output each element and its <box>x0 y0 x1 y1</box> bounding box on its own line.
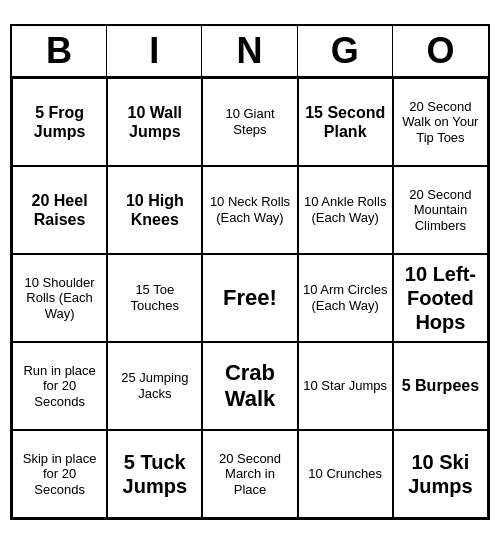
bingo-cell: 10 Crunches <box>298 430 393 518</box>
header-letter: I <box>107 26 202 76</box>
bingo-cell: 10 Ski Jumps <box>393 430 488 518</box>
header-letter: G <box>298 26 393 76</box>
bingo-cell: 10 Left-Footed Hops <box>393 254 488 342</box>
bingo-grid: 5 Frog Jumps10 Wall Jumps10 Giant Steps1… <box>12 78 488 518</box>
bingo-cell: 15 Second Plank <box>298 78 393 166</box>
bingo-header: BINGO <box>12 26 488 78</box>
bingo-card: BINGO 5 Frog Jumps10 Wall Jumps10 Giant … <box>10 24 490 520</box>
bingo-cell: 25 Jumping Jacks <box>107 342 202 430</box>
bingo-cell: Free! <box>202 254 297 342</box>
bingo-cell: 10 Star Jumps <box>298 342 393 430</box>
header-letter: O <box>393 26 488 76</box>
bingo-cell: 5 Burpees <box>393 342 488 430</box>
header-letter: B <box>12 26 107 76</box>
bingo-cell: 5 Frog Jumps <box>12 78 107 166</box>
header-letter: N <box>202 26 297 76</box>
bingo-cell: 5 Tuck Jumps <box>107 430 202 518</box>
bingo-cell: 20 Second Mountain Climbers <box>393 166 488 254</box>
bingo-cell: 10 Wall Jumps <box>107 78 202 166</box>
bingo-cell: 20 Second March in Place <box>202 430 297 518</box>
bingo-cell: 10 Arm Circles (Each Way) <box>298 254 393 342</box>
bingo-cell: Run in place for 20 Seconds <box>12 342 107 430</box>
bingo-cell: 15 Toe Touches <box>107 254 202 342</box>
bingo-cell: Crab Walk <box>202 342 297 430</box>
bingo-cell: 10 High Knees <box>107 166 202 254</box>
bingo-cell: 20 Second Walk on Your Tip Toes <box>393 78 488 166</box>
bingo-cell: 10 Shoulder Rolls (Each Way) <box>12 254 107 342</box>
bingo-cell: 20 Heel Raises <box>12 166 107 254</box>
bingo-cell: Skip in place for 20 Seconds <box>12 430 107 518</box>
bingo-cell: 10 Neck Rolls (Each Way) <box>202 166 297 254</box>
bingo-cell: 10 Ankle Rolls (Each Way) <box>298 166 393 254</box>
bingo-cell: 10 Giant Steps <box>202 78 297 166</box>
